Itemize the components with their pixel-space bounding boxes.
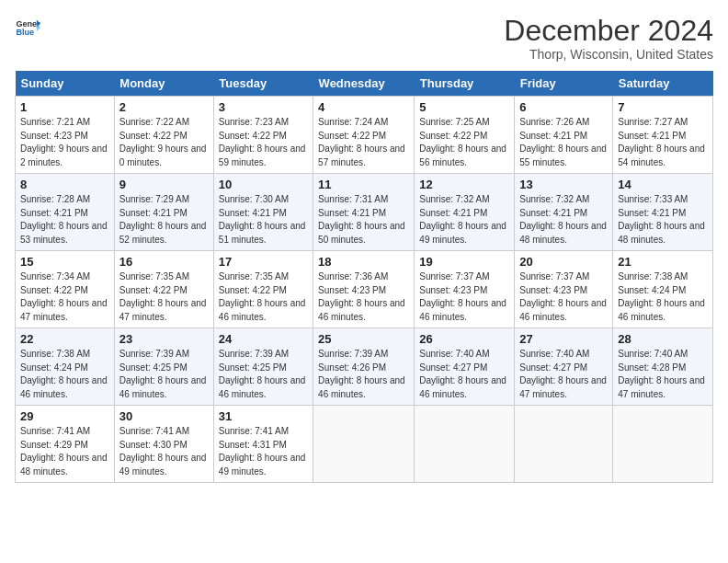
calendar-week-2: 8Sunrise: 7:28 AMSunset: 4:21 PMDaylight…	[16, 174, 713, 251]
day-info: Sunrise: 7:36 AMSunset: 4:23 PMDaylight:…	[318, 270, 409, 324]
header: General Blue December 2024 Thorp, Wiscon…	[15, 15, 713, 62]
day-number: 25	[318, 332, 409, 346]
day-info: Sunrise: 7:34 AMSunset: 4:22 PMDaylight:…	[20, 270, 109, 324]
day-cell-24: 24Sunrise: 7:39 AMSunset: 4:25 PMDayligh…	[213, 328, 313, 406]
empty-cell	[515, 406, 613, 483]
day-info: Sunrise: 7:32 AMSunset: 4:21 PMDaylight:…	[419, 193, 509, 247]
day-cell-28: 28Sunrise: 7:40 AMSunset: 4:28 PMDayligh…	[613, 328, 713, 406]
col-saturday: Saturday	[613, 71, 713, 97]
day-number: 1	[20, 100, 109, 114]
day-cell-17: 17Sunrise: 7:35 AMSunset: 4:22 PMDayligh…	[213, 251, 313, 328]
day-cell-30: 30Sunrise: 7:41 AMSunset: 4:30 PMDayligh…	[114, 406, 213, 483]
day-number: 27	[519, 332, 608, 346]
day-info: Sunrise: 7:37 AMSunset: 4:23 PMDaylight:…	[419, 270, 509, 324]
day-info: Sunrise: 7:22 AMSunset: 4:22 PMDaylight:…	[119, 116, 209, 169]
day-cell-4: 4Sunrise: 7:24 AMSunset: 4:22 PMDaylight…	[313, 97, 415, 174]
day-number: 12	[419, 178, 509, 191]
day-info: Sunrise: 7:25 AMSunset: 4:22 PMDaylight:…	[419, 116, 509, 169]
day-cell-27: 27Sunrise: 7:40 AMSunset: 4:27 PMDayligh…	[515, 328, 613, 406]
day-number: 9	[119, 178, 209, 191]
day-number: 28	[618, 332, 708, 346]
day-number: 14	[618, 178, 708, 191]
day-cell-25: 25Sunrise: 7:39 AMSunset: 4:26 PMDayligh…	[313, 328, 415, 406]
day-number: 4	[318, 100, 409, 114]
day-number: 10	[219, 178, 308, 191]
day-cell-23: 23Sunrise: 7:39 AMSunset: 4:25 PMDayligh…	[114, 328, 213, 406]
day-cell-14: 14Sunrise: 7:33 AMSunset: 4:21 PMDayligh…	[613, 174, 713, 251]
day-info: Sunrise: 7:40 AMSunset: 4:27 PMDaylight:…	[519, 348, 608, 401]
day-number: 22	[20, 332, 109, 346]
day-cell-7: 7Sunrise: 7:27 AMSunset: 4:21 PMDaylight…	[613, 97, 713, 174]
day-cell-12: 12Sunrise: 7:32 AMSunset: 4:21 PMDayligh…	[415, 174, 515, 251]
day-info: Sunrise: 7:39 AMSunset: 4:25 PMDaylight:…	[219, 348, 308, 401]
day-info: Sunrise: 7:32 AMSunset: 4:21 PMDaylight:…	[519, 193, 608, 247]
calendar-week-5: 29Sunrise: 7:41 AMSunset: 4:29 PMDayligh…	[16, 406, 713, 483]
day-number: 6	[519, 100, 608, 114]
page-container: General Blue December 2024 Thorp, Wiscon…	[0, 0, 728, 492]
day-info: Sunrise: 7:33 AMSunset: 4:21 PMDaylight:…	[618, 193, 708, 247]
day-info: Sunrise: 7:24 AMSunset: 4:22 PMDaylight:…	[318, 116, 409, 169]
day-info: Sunrise: 7:38 AMSunset: 4:24 PMDaylight:…	[20, 348, 109, 401]
day-info: Sunrise: 7:40 AMSunset: 4:28 PMDaylight:…	[618, 348, 708, 401]
day-cell-8: 8Sunrise: 7:28 AMSunset: 4:21 PMDaylight…	[16, 174, 115, 251]
day-info: Sunrise: 7:37 AMSunset: 4:23 PMDaylight:…	[519, 270, 608, 324]
day-cell-21: 21Sunrise: 7:38 AMSunset: 4:24 PMDayligh…	[613, 251, 713, 328]
calendar-week-3: 15Sunrise: 7:34 AMSunset: 4:22 PMDayligh…	[16, 251, 713, 328]
day-number: 13	[519, 178, 608, 191]
calendar-week-1: 1Sunrise: 7:21 AMSunset: 4:23 PMDaylight…	[16, 97, 713, 174]
col-tuesday: Tuesday	[213, 71, 313, 97]
day-info: Sunrise: 7:30 AMSunset: 4:21 PMDaylight:…	[219, 193, 308, 247]
day-cell-15: 15Sunrise: 7:34 AMSunset: 4:22 PMDayligh…	[16, 251, 115, 328]
day-number: 3	[219, 100, 308, 114]
day-info: Sunrise: 7:28 AMSunset: 4:21 PMDaylight:…	[20, 193, 109, 247]
day-info: Sunrise: 7:41 AMSunset: 4:29 PMDaylight:…	[20, 425, 109, 478]
day-cell-31: 31Sunrise: 7:41 AMSunset: 4:31 PMDayligh…	[213, 406, 313, 483]
day-info: Sunrise: 7:35 AMSunset: 4:22 PMDaylight:…	[219, 270, 308, 324]
day-number: 17	[219, 255, 308, 269]
day-info: Sunrise: 7:39 AMSunset: 4:26 PMDaylight:…	[318, 348, 409, 401]
day-number: 2	[119, 100, 209, 114]
svg-text:Blue: Blue	[16, 28, 34, 37]
day-number: 31	[219, 409, 308, 423]
day-cell-29: 29Sunrise: 7:41 AMSunset: 4:29 PMDayligh…	[16, 406, 115, 483]
day-cell-18: 18Sunrise: 7:36 AMSunset: 4:23 PMDayligh…	[313, 251, 415, 328]
day-number: 23	[119, 332, 209, 346]
location-subtitle: Thorp, Wisconsin, United States	[504, 47, 713, 62]
day-info: Sunrise: 7:41 AMSunset: 4:30 PMDaylight:…	[119, 425, 209, 478]
day-number: 7	[618, 100, 708, 114]
day-info: Sunrise: 7:38 AMSunset: 4:24 PMDaylight:…	[618, 270, 708, 324]
day-number: 21	[618, 255, 708, 269]
header-row: Sunday Monday Tuesday Wednesday Thursday…	[16, 71, 713, 97]
day-cell-11: 11Sunrise: 7:31 AMSunset: 4:21 PMDayligh…	[313, 174, 415, 251]
day-cell-1: 1Sunrise: 7:21 AMSunset: 4:23 PMDaylight…	[16, 97, 115, 174]
col-thursday: Thursday	[415, 71, 515, 97]
col-wednesday: Wednesday	[313, 71, 415, 97]
day-info: Sunrise: 7:41 AMSunset: 4:31 PMDaylight:…	[219, 425, 308, 478]
day-cell-10: 10Sunrise: 7:30 AMSunset: 4:21 PMDayligh…	[213, 174, 313, 251]
day-info: Sunrise: 7:23 AMSunset: 4:22 PMDaylight:…	[219, 116, 308, 169]
day-number: 11	[318, 178, 409, 191]
month-title: December 2024	[504, 15, 713, 47]
day-info: Sunrise: 7:31 AMSunset: 4:21 PMDaylight:…	[318, 193, 409, 247]
day-cell-22: 22Sunrise: 7:38 AMSunset: 4:24 PMDayligh…	[16, 328, 115, 406]
day-cell-16: 16Sunrise: 7:35 AMSunset: 4:22 PMDayligh…	[114, 251, 213, 328]
day-cell-5: 5Sunrise: 7:25 AMSunset: 4:22 PMDaylight…	[415, 97, 515, 174]
logo: General Blue	[15, 15, 40, 40]
day-cell-26: 26Sunrise: 7:40 AMSunset: 4:27 PMDayligh…	[415, 328, 515, 406]
col-sunday: Sunday	[16, 71, 115, 97]
calendar-week-4: 22Sunrise: 7:38 AMSunset: 4:24 PMDayligh…	[16, 328, 713, 406]
day-info: Sunrise: 7:21 AMSunset: 4:23 PMDaylight:…	[20, 116, 109, 169]
day-cell-9: 9Sunrise: 7:29 AMSunset: 4:21 PMDaylight…	[114, 174, 213, 251]
empty-cell	[613, 406, 713, 483]
day-number: 5	[419, 100, 509, 114]
col-monday: Monday	[114, 71, 213, 97]
day-cell-19: 19Sunrise: 7:37 AMSunset: 4:23 PMDayligh…	[415, 251, 515, 328]
day-info: Sunrise: 7:27 AMSunset: 4:21 PMDaylight:…	[618, 116, 708, 169]
day-info: Sunrise: 7:29 AMSunset: 4:21 PMDaylight:…	[119, 193, 209, 247]
day-number: 16	[119, 255, 209, 269]
day-info: Sunrise: 7:40 AMSunset: 4:27 PMDaylight:…	[419, 348, 509, 401]
day-number: 18	[318, 255, 409, 269]
logo-icon: General Blue	[15, 15, 40, 40]
day-cell-2: 2Sunrise: 7:22 AMSunset: 4:22 PMDaylight…	[114, 97, 213, 174]
day-cell-6: 6Sunrise: 7:26 AMSunset: 4:21 PMDaylight…	[515, 97, 613, 174]
